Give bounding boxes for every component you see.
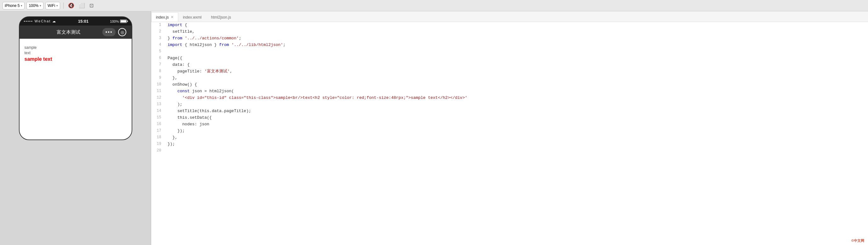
- line-content-2: setTitle,: [165, 29, 868, 35]
- line-number-14: 14: [151, 108, 165, 114]
- token: },: [167, 135, 177, 140]
- line-number-1: 1: [151, 22, 165, 28]
- line-number-12: 12: [151, 95, 165, 101]
- device-selector[interactable]: iPhone 5 ▾: [2, 2, 25, 9]
- network-selector[interactable]: WiFi ▾: [45, 2, 60, 9]
- line-number-9: 9: [151, 75, 165, 81]
- token: pageTitle:: [167, 69, 205, 74]
- code-line-13: 13 );: [151, 101, 868, 108]
- code-line-4: 4import { html2json } from '../../lib/ht…: [151, 42, 868, 49]
- code-area[interactable]: 1import {2 setTitle,3} from '../../actio…: [151, 22, 868, 245]
- tab-html2json-js[interactable]: html2json.js: [206, 12, 236, 22]
- line-number-3: 3: [151, 35, 165, 41]
- token: [167, 89, 177, 94]
- phone-nav-circle-btn[interactable]: ◎: [118, 28, 126, 36]
- code-line-8: 8 pageTitle: '富文本测试',: [151, 68, 868, 75]
- phone-time: 15:01: [78, 19, 89, 24]
- phone-nav-dots[interactable]: •••: [102, 28, 116, 36]
- token: from: [173, 36, 182, 41]
- code-line-5: 5: [151, 49, 868, 55]
- code-line-6: 6Page({: [151, 55, 868, 62]
- rotate-button[interactable]: ⬜: [78, 2, 86, 9]
- token: onShow() {: [167, 82, 197, 87]
- mute-button[interactable]: 🔇: [67, 2, 75, 9]
- network-chevron-icon: ▾: [56, 4, 58, 7]
- line-content-9: },: [165, 75, 868, 82]
- line-content-14: setTitle(this.data.pageTitle);: [165, 108, 868, 115]
- line-content-3: } from '../../actions/common';: [165, 35, 868, 42]
- line-number-8: 8: [151, 68, 165, 74]
- line-content-10: onShow() {: [165, 82, 868, 88]
- code-line-7: 7 data: {: [151, 62, 868, 68]
- phone-frame: ••••• WeChat ☁ 15:01 100% back 富文本测试 •••: [19, 17, 132, 140]
- device-chevron-icon: ▾: [21, 4, 22, 7]
- line-content-6: Page({: [165, 55, 868, 62]
- code-line-19: 19});: [151, 141, 868, 148]
- line-number-2: 2: [151, 29, 165, 35]
- line-number-7: 7: [151, 62, 165, 68]
- token: });: [167, 128, 185, 133]
- tab-index-wxml[interactable]: index.wxml: [178, 12, 206, 22]
- token: ;: [283, 42, 286, 47]
- phone-nav-title: 富文本测试: [57, 29, 80, 35]
- token: [182, 36, 185, 41]
- inspector-button[interactable]: ⊡: [88, 2, 95, 9]
- editor-panel: index.js✕index.wxmlhtml2json.js 1import …: [151, 11, 868, 245]
- line-number-20: 20: [151, 148, 165, 154]
- line-content-11: const json = html2json(: [165, 88, 868, 95]
- line-number-19: 19: [151, 141, 165, 147]
- sample-text-small: sample text: [25, 45, 127, 56]
- token: ;: [239, 36, 241, 41]
- token: from: [219, 42, 229, 47]
- line-number-4: 4: [151, 42, 165, 48]
- token: '富文本测试': [205, 69, 230, 74]
- toolbar-divider-1: [63, 2, 64, 9]
- line-number-15: 15: [151, 115, 165, 121]
- code-line-10: 10 onShow() {: [151, 82, 868, 88]
- line-content-17: });: [165, 128, 868, 134]
- battery-fill: [121, 20, 126, 22]
- phone-status-bar: ••••• WeChat ☁ 15:01 100%: [20, 17, 132, 26]
- line-number-6: 6: [151, 55, 165, 61]
- tab-label-html2json-js: html2json.js: [211, 15, 231, 20]
- token: '<div id="this-id" class="this-class">sa…: [182, 95, 467, 100]
- sample-text-bold: sample text: [25, 56, 127, 62]
- token: import: [167, 42, 182, 47]
- line-content-13: );: [165, 101, 868, 108]
- token: [229, 42, 231, 47]
- line-number-5: 5: [151, 49, 165, 55]
- tab-index-js[interactable]: index.js✕: [151, 12, 178, 22]
- line-content-16: nodes: json: [165, 121, 868, 128]
- line-number-17: 17: [151, 128, 165, 134]
- token: setTitle(this.data.pageTitle);: [167, 109, 251, 113]
- code-line-3: 3} from '../../actions/common';: [151, 35, 868, 42]
- device-panel: ••••• WeChat ☁ 15:01 100% back 富文本测试 •••: [0, 11, 151, 245]
- tab-close-index-js[interactable]: ✕: [171, 16, 174, 19]
- token: nodes: json: [167, 122, 210, 127]
- token: Page({: [167, 56, 182, 60]
- line-number-13: 13: [151, 101, 165, 108]
- line-number-16: 16: [151, 121, 165, 127]
- code-line-1: 1import {: [151, 22, 868, 29]
- token: });: [167, 142, 175, 147]
- zoom-selector[interactable]: 100% ▾: [27, 2, 43, 9]
- code-line-12: 12 '<div id="this-id" class="this-class"…: [151, 95, 868, 101]
- code-line-20: 20: [151, 148, 868, 154]
- code-line-17: 17 });: [151, 128, 868, 134]
- token: this.setData({: [167, 115, 212, 120]
- token: }: [167, 36, 173, 41]
- code-line-9: 9 },: [151, 75, 868, 82]
- line-number-10: 10: [151, 82, 165, 88]
- token: ,: [230, 69, 232, 74]
- line-content-4: import { html2json } from '../../lib/htm…: [165, 42, 868, 49]
- token: data: {: [167, 62, 190, 67]
- tab-label-index-wxml: index.wxml: [183, 15, 202, 20]
- token: },: [167, 75, 177, 80]
- line-content-19: });: [165, 141, 868, 148]
- code-line-18: 18 },: [151, 134, 868, 141]
- token: '../../lib/html2json': [231, 42, 283, 47]
- line-content-7: data: {: [165, 62, 868, 68]
- token: import: [167, 23, 182, 27]
- tab-label-index-js: index.js: [156, 15, 169, 20]
- line-content-18: },: [165, 134, 868, 141]
